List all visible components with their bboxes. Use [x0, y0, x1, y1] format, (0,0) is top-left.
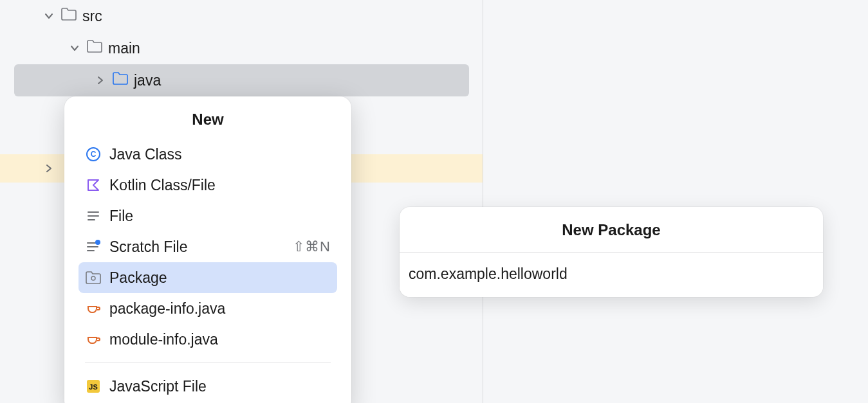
java-cup-icon: [85, 300, 102, 317]
menu-item-label: Java Class: [109, 146, 181, 163]
dialog-title: New Package: [400, 207, 823, 253]
scratch-file-icon: [85, 238, 102, 255]
folder-icon: [60, 7, 77, 25]
menu-item-package-info[interactable]: package-info.java: [78, 293, 337, 324]
tree-label-main: main: [108, 40, 140, 57]
new-context-menu: New C Java Class Kotlin Class/File File …: [64, 96, 351, 403]
tree-row-java[interactable]: java: [14, 64, 469, 96]
tree-label-src: src: [82, 8, 102, 25]
package-name-input[interactable]: [400, 253, 823, 297]
svg-point-3: [91, 276, 95, 280]
java-class-icon: C: [85, 146, 102, 163]
chevron-right-icon[interactable]: [42, 162, 55, 175]
kotlin-icon: [85, 177, 102, 193]
source-folder-icon: [112, 71, 129, 89]
java-cup-icon: [85, 331, 102, 348]
vertical-divider: [483, 0, 483, 403]
menu-item-label: Kotlin Class/File: [109, 177, 216, 194]
menu-item-scratch-file[interactable]: Scratch File ⇧⌘N: [78, 231, 337, 262]
chevron-down-icon[interactable]: [68, 42, 81, 55]
menu-item-label: Scratch File: [109, 238, 187, 256]
tree-label-java: java: [134, 72, 161, 89]
menu-item-module-info[interactable]: module-info.java: [78, 324, 337, 355]
svg-point-2: [95, 240, 100, 245]
menu-item-kotlin[interactable]: Kotlin Class/File: [78, 170, 337, 201]
tree-row-main[interactable]: main: [0, 32, 483, 64]
menu-item-label: package-info.java: [109, 300, 225, 318]
new-package-dialog: New Package: [400, 207, 823, 297]
menu-item-label: Package: [109, 269, 167, 287]
file-lines-icon: [85, 208, 102, 224]
chevron-down-icon[interactable]: [42, 10, 55, 22]
chevron-right-icon[interactable]: [94, 74, 107, 87]
menu-shortcut: ⇧⌘N: [293, 238, 331, 255]
package-icon: [85, 269, 102, 286]
menu-item-java-class[interactable]: C Java Class: [78, 139, 337, 170]
menu-item-label: JavaScript File: [109, 378, 207, 395]
menu-item-file[interactable]: File: [78, 201, 337, 231]
svg-text:JS: JS: [89, 383, 97, 391]
tree-row-src[interactable]: src: [0, 0, 483, 32]
menu-separator: [85, 363, 331, 363]
menu-item-label: module-info.java: [109, 331, 218, 348]
javascript-icon: JS: [85, 378, 102, 395]
folder-icon: [86, 39, 103, 57]
context-menu-title: New: [64, 107, 351, 139]
menu-item-package[interactable]: Package: [78, 262, 337, 293]
menu-item-label: File: [109, 208, 133, 225]
svg-text:C: C: [91, 150, 97, 159]
menu-item-javascript-file[interactable]: JS JavaScript File: [78, 371, 337, 402]
